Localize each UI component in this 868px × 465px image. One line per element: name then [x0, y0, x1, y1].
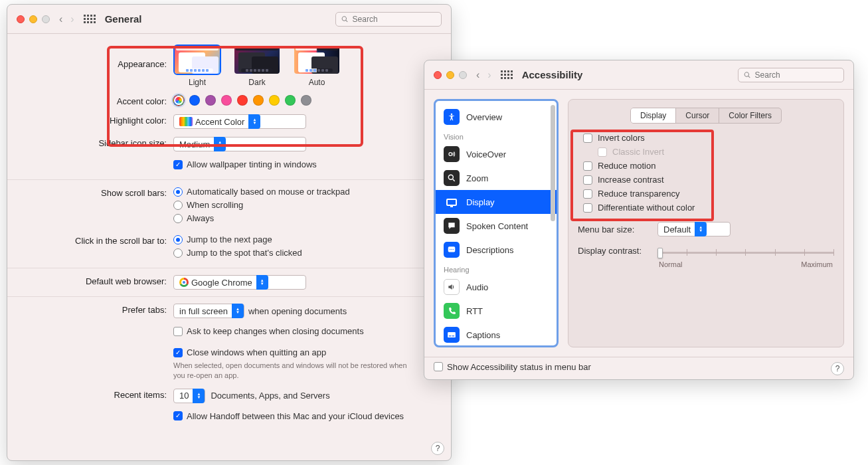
footer: Show Accessibility status in menu bar ? [424, 357, 853, 379]
appearance-auto[interactable]: Auto [293, 45, 341, 87]
close-icon[interactable] [434, 71, 442, 79]
ask-keep-checkbox[interactable]: Ask to keep changes when closing documen… [173, 326, 438, 336]
accent-color-picker[interactable] [173, 95, 438, 106]
search-input[interactable] [353, 15, 436, 24]
sidebar-item-captions[interactable]: Captions [436, 323, 557, 345]
search-icon [744, 71, 751, 79]
sidebar-item-spoken[interactable]: Spoken Content [436, 214, 557, 238]
svg-point-6 [453, 249, 454, 250]
svg-rect-7 [448, 332, 456, 337]
minimize-icon[interactable] [29, 15, 37, 23]
invert-colors-checkbox[interactable]: Invert colors [583, 133, 834, 143]
chevron-updown-icon [695, 222, 707, 236]
display-tabs: Display Cursor Color Filters [630, 108, 782, 124]
chevron-updown-icon [214, 137, 226, 151]
click-scroll-spot[interactable]: Jump to the spot that's clicked [173, 248, 438, 258]
classic-invert-checkbox: Classic Invert [598, 147, 834, 157]
contrast-label: Display contrast: [578, 246, 651, 256]
search-field[interactable] [335, 12, 442, 27]
scrollbars-auto[interactable]: Automatically based on mouse or trackpad [173, 187, 438, 197]
display-icon [444, 194, 460, 210]
accent-red[interactable] [237, 95, 248, 106]
accent-green[interactable] [285, 95, 296, 106]
contrast-slider[interactable] [657, 246, 834, 259]
accent-multicolor[interactable] [173, 95, 184, 106]
svg-point-0 [451, 114, 453, 116]
help-button[interactable]: ? [831, 362, 844, 375]
show-all-button[interactable] [501, 70, 513, 79]
scrollbars-always[interactable]: Always [173, 213, 438, 223]
tab-display[interactable]: Display [631, 108, 676, 123]
zoom-icon [444, 170, 460, 186]
close-windows-checkbox[interactable]: Close windows when quitting an app [173, 347, 438, 357]
forward-button[interactable]: › [487, 69, 491, 81]
general-body: Appearance: Light Dark Auto [7, 34, 451, 428]
person-icon [444, 109, 460, 125]
sidebar-size-select[interactable]: Medium [173, 137, 306, 151]
forward-button[interactable]: › [70, 13, 74, 25]
search-field[interactable] [738, 68, 844, 82]
click-scroll-next[interactable]: Jump to the next page [173, 234, 438, 244]
sidebar-item-audio[interactable]: Audio [436, 275, 557, 299]
scrollbars-label: Show scroll bars: [7, 187, 173, 198]
prefer-tabs-select[interactable]: in full screen [173, 304, 244, 318]
speaker-icon [444, 279, 460, 295]
scrollbar[interactable] [551, 105, 555, 221]
menubar-size-select[interactable]: Default [657, 222, 731, 236]
search-input[interactable] [755, 70, 838, 80]
chrome-icon [179, 278, 189, 287]
sidebar-section-hearing: Hearing [436, 262, 557, 275]
status-menubar-checkbox[interactable]: Show Accessibility status in menu bar [434, 362, 591, 372]
back-button[interactable]: ‹ [476, 69, 479, 81]
sidebar-section-vision: Vision [436, 129, 557, 142]
tab-cursor[interactable]: Cursor [676, 108, 719, 123]
reduce-motion-checkbox[interactable]: Reduce motion [583, 161, 834, 171]
close-icon[interactable] [17, 15, 25, 23]
highlight-select[interactable]: Accent Color [173, 114, 306, 129]
chevron-updown-icon [256, 275, 268, 290]
reduce-transparency-checkbox[interactable]: Reduce transparency [583, 189, 834, 199]
minimize-icon[interactable] [446, 71, 454, 79]
maximize-icon [42, 15, 50, 23]
sidebar-item-zoom[interactable]: Zoom [436, 166, 557, 190]
back-button[interactable]: ‹ [59, 13, 62, 25]
wallpaper-tint-checkbox[interactable]: Allow wallpaper tinting in windows [173, 159, 438, 169]
appearance-light[interactable]: Light [173, 45, 221, 87]
menubar-size-label: Menu bar size: [578, 225, 651, 234]
help-button[interactable]: ? [431, 442, 444, 455]
sidebar-size-label: Sidebar icon size: [7, 137, 173, 148]
sidebar-item-descriptions[interactable]: Descriptions [436, 238, 557, 262]
click-scrollbar-label: Click in the scroll bar to: [7, 234, 173, 246]
sidebar-item-rtt[interactable]: RTT [436, 299, 557, 323]
accent-blue[interactable] [189, 95, 200, 106]
accent-pink[interactable] [221, 95, 232, 106]
accent-graphite[interactable] [301, 95, 311, 106]
differentiate-color-checkbox[interactable]: Differentiate without color [583, 203, 834, 213]
titlebar: ‹ › Accessibility [424, 60, 853, 90]
scrollbars-when-scrolling[interactable]: When scrolling [173, 200, 438, 210]
chevron-updown-icon [232, 304, 244, 318]
recent-label: Recent items: [7, 389, 173, 400]
accent-label: Accent color: [7, 95, 173, 106]
sidebar-item-voiceover[interactable]: VoiceOver [436, 142, 557, 166]
accent-yellow[interactable] [269, 95, 280, 106]
svg-point-2 [448, 175, 453, 179]
search-icon [341, 15, 349, 23]
svg-rect-8 [449, 335, 452, 336]
accent-purple[interactable] [205, 95, 216, 106]
handoff-checkbox[interactable]: Allow Handoff between this Mac and your … [173, 411, 438, 421]
tab-color-filters[interactable]: Color Filters [719, 108, 781, 123]
appearance-dark[interactable]: Dark [233, 45, 281, 87]
sidebar-item-display[interactable]: Display [436, 190, 557, 214]
recent-select[interactable]: 10 [173, 389, 205, 403]
browser-label: Default web browser: [7, 275, 173, 286]
browser-select[interactable]: Google Chrome [173, 275, 306, 290]
accent-orange[interactable] [253, 95, 264, 106]
nav-arrows: ‹ › [476, 69, 491, 81]
show-all-button[interactable] [84, 15, 96, 23]
sidebar-item-overview[interactable]: Overview [436, 105, 557, 129]
increase-contrast-checkbox[interactable]: Increase contrast [583, 175, 834, 185]
svg-point-1 [449, 153, 452, 156]
general-preferences-window: ‹ › General Appearance: Light [7, 4, 452, 461]
accessibility-sidebar: Overview Vision VoiceOver Zoom [434, 99, 559, 347]
